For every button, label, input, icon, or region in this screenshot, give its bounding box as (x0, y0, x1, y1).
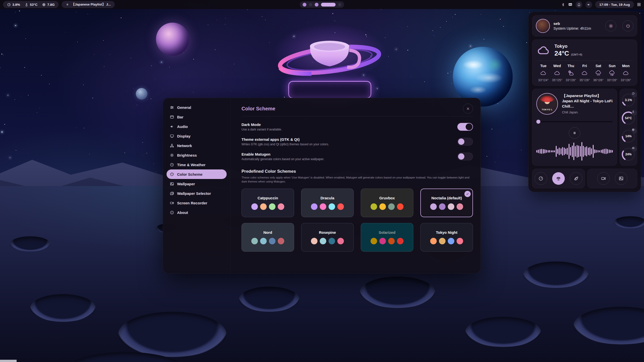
scheme-card-gruvbox[interactable]: Gruvbox (361, 189, 413, 217)
info-icon (170, 210, 174, 215)
purple-planet (156, 23, 189, 56)
color-swatch (337, 238, 344, 244)
volume-button[interactable] (585, 1, 592, 8)
sidebar-item-wallpaper[interactable]: Wallpaper (167, 179, 227, 189)
chip-icon (632, 128, 637, 133)
scheme-card-rosepine[interactable]: Rosepine (301, 223, 354, 252)
star (503, 26, 504, 27)
star (498, 157, 498, 157)
schemes-section-title: Predefined Color Schemes (242, 169, 473, 174)
media-progress-bar[interactable] (536, 120, 613, 124)
visualizer-bar (606, 149, 607, 154)
crater (118, 312, 226, 357)
gauge-quick-button[interactable] (535, 172, 547, 185)
video-icon (170, 201, 174, 205)
play-pause-button[interactable] (569, 127, 580, 139)
workspace-5-empty[interactable] (338, 3, 341, 6)
visualizer-bar (599, 150, 600, 152)
top-bar: 3.8% 53°C 7.8G 【Japanese Playlist】 J... (0, 0, 644, 9)
forecast-day-wed: Wed35°/25° (551, 64, 564, 82)
star (500, 19, 501, 20)
user-name: seb (553, 21, 591, 26)
star (25, 38, 26, 39)
star (89, 154, 90, 154)
disk-icon (632, 146, 637, 152)
page-title: Color Scheme (242, 106, 275, 112)
bar-media-widget[interactable]: 【Japanese Playlist】 J... (62, 1, 115, 8)
workspace-3-occupied[interactable] (315, 3, 318, 7)
sidebar-item-label: Wallpaper (177, 182, 195, 186)
sidebar-item-bar[interactable]: Bar (167, 112, 227, 122)
color-swatch (251, 203, 258, 210)
star (0, 68, 1, 68)
notifications-button[interactable] (576, 1, 582, 8)
sidebar-item-network[interactable]: Network (167, 141, 227, 150)
setting-description: Use a dark variant if available. (242, 128, 282, 131)
settings-content: Color Scheme Dark ModeUse a dark variant… (230, 98, 480, 273)
desktop: 3.8% 53°C 7.8G 【Japanese Playlist】 J... (0, 0, 644, 362)
schemes-section-description: These color schemes only apply when 'Use… (242, 175, 473, 184)
system-metrics-pill[interactable]: 3.8% 53°C 7.8G (3, 1, 59, 8)
sidebar-item-brightness[interactable]: Brightness (167, 150, 227, 160)
toggle-theme-external-apps-gtk-qt-[interactable] (457, 138, 473, 146)
sidebar-item-display[interactable]: Display (167, 131, 227, 141)
star (15, 12, 15, 12)
leaf-quick-button[interactable] (570, 172, 582, 185)
star (127, 91, 127, 91)
cloud-rain-icon (595, 70, 602, 76)
star (103, 40, 104, 41)
scheme-card-solarized[interactable]: Solarized (361, 223, 413, 252)
sidebar-item-screen-recorder[interactable]: Screen Recorder (167, 198, 227, 208)
cpu-usage-metric: 3.8% (7, 3, 20, 7)
clock-widget[interactable]: 17:09 - Tue, 19 Aug (595, 1, 634, 8)
scales-quick-button[interactable] (552, 172, 565, 185)
settings-button[interactable] (605, 20, 616, 31)
star (529, 12, 530, 13)
sun-icon (170, 153, 174, 157)
app-grid-icon[interactable] (637, 3, 641, 7)
star (8, 95, 9, 96)
scheme-card-dracula[interactable]: Dracula (301, 189, 354, 217)
crater (465, 317, 541, 347)
star (163, 89, 163, 90)
video-quick-button[interactable] (597, 172, 610, 185)
sidebar-item-wallpaper-selector[interactable]: Wallpaper Selector (167, 189, 227, 198)
sidebar-item-time-weather[interactable]: Time & Weather (167, 160, 227, 169)
visualizer-bar (546, 150, 547, 153)
color-swatch (278, 203, 284, 210)
toggle-enable-matugen[interactable] (457, 153, 473, 160)
scheme-card-catppuccin[interactable]: Catppuccin (242, 189, 294, 217)
sidebar-item-audio[interactable]: Audio (167, 122, 227, 131)
color-swatch (448, 238, 454, 244)
tray-icon[interactable] (561, 3, 565, 7)
color-swatch (379, 203, 386, 210)
workspace-4-focused[interactable] (321, 3, 336, 7)
wallpaper-tray-icon[interactable] (568, 2, 573, 7)
scheme-card-noctalia-default-[interactable]: Noctalia (default) (420, 189, 473, 217)
gauge-disk: 24% (621, 147, 636, 162)
scheme-card-tokyo-night[interactable]: Tokyo Night (420, 223, 473, 252)
media-player-card: TOKYO L 【Japanese Playlist】 Japan All Ni… (532, 89, 617, 166)
album-art[interactable]: TOKYO L (536, 93, 558, 115)
close-button[interactable] (463, 104, 473, 114)
image-quick-button[interactable] (615, 172, 627, 185)
workspace-2-empty[interactable] (309, 3, 312, 6)
color-swatch (269, 203, 275, 210)
progress-handle[interactable] (536, 120, 540, 124)
scheme-card-nord[interactable]: Nord (242, 223, 294, 252)
visualizer-bar (593, 145, 594, 158)
sidebar-item-color-scheme[interactable]: Color Scheme (167, 169, 227, 179)
power-button[interactable] (622, 20, 633, 31)
user-card: seb System Uptime: 4h11m (532, 15, 637, 36)
workspace-1-occupied[interactable] (303, 3, 306, 7)
visualizer-bar (557, 149, 558, 154)
sidebar-item-general[interactable]: General (167, 103, 227, 112)
toggle-dark-mode[interactable] (457, 123, 473, 131)
side-panel: seb System Uptime: 4h11m Tokyo 24°C (GMT… (528, 12, 641, 192)
sidebar-item-about[interactable]: About (167, 208, 227, 217)
visualizer-bar (552, 150, 553, 152)
color-swatch (251, 238, 258, 244)
sidebar-item-label: Network (177, 144, 192, 148)
star (521, 150, 521, 150)
star (104, 66, 104, 67)
